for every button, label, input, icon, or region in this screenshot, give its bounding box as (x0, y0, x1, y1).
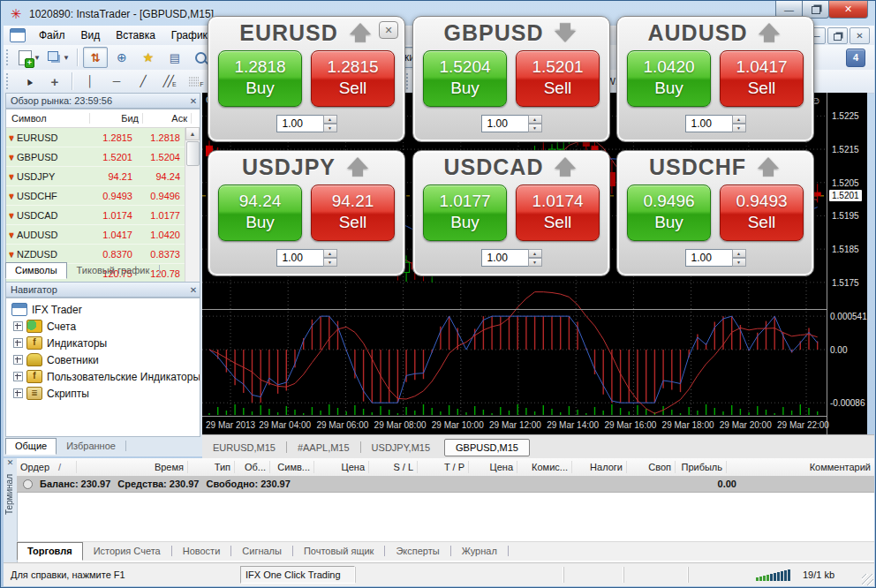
buy-button[interactable]: 1.0177Buy (423, 185, 507, 241)
column-time[interactable]: Время (77, 461, 188, 473)
sell-button[interactable]: 94.21Sell (311, 185, 395, 241)
tab-journal[interactable]: Журнал (451, 542, 508, 561)
market-row-usdcad[interactable]: ▼USDCAD1.01741.0177 (6, 206, 200, 225)
new-chart-button[interactable]: ▼ (16, 47, 43, 68)
buy-button[interactable]: 0.9496Buy (627, 185, 711, 241)
tab-mailbox[interactable]: Почтовый ящик (293, 542, 384, 561)
buy-button[interactable]: 1.0420Buy (627, 50, 711, 107)
status-mode-label[interactable]: IFX One Click Trading (240, 566, 355, 584)
volume-down-button[interactable]: ▼ (732, 124, 746, 132)
tab-signals[interactable]: Сигналы (231, 542, 292, 561)
menu-view[interactable]: Вид (73, 27, 109, 43)
column-sl[interactable]: S / L (369, 461, 418, 473)
volume-down-button[interactable]: ▼ (323, 258, 337, 267)
volume-up-button[interactable]: ▲ (732, 115, 746, 124)
column-volume[interactable]: Об... (235, 461, 270, 473)
volume-down-button[interactable]: ▼ (528, 124, 542, 132)
volume-down-button[interactable]: ▼ (323, 124, 337, 132)
tab-news[interactable]: Новости (172, 542, 231, 561)
expand-icon[interactable] (13, 321, 23, 331)
tab-account-history[interactable]: История Счета (83, 542, 171, 561)
chart-tab-gbpusd[interactable]: GBPUSD,M15 (444, 439, 530, 456)
fibonacci-tool-button[interactable]: F (184, 71, 208, 92)
scroll-thumb[interactable] (186, 141, 200, 166)
volume-input[interactable] (276, 115, 323, 132)
profiles-button[interactable]: ▼ (45, 47, 72, 68)
tree-item-ifx-trader[interactable]: IFX Trader (6, 301, 200, 318)
cursor-tool-button[interactable]: ▲ (16, 71, 41, 92)
market-watch-toggle-button[interactable]: ⇅ (83, 47, 108, 68)
volume-up-button[interactable]: ▲ (732, 249, 746, 258)
expand-icon[interactable] (13, 372, 23, 381)
tree-item-accounts[interactable]: Счета (6, 318, 200, 335)
sell-button[interactable]: 1.0417Sell (720, 50, 804, 107)
market-row-audusd[interactable]: ▼AUDUSD1.04171.0420 (6, 225, 200, 245)
horizontal-line-tool-button[interactable]: ─ (104, 71, 129, 92)
market-row-gbpusd[interactable]: ▼GBPUSD1.52011.5204 (6, 147, 200, 167)
column-commission[interactable]: Комис... (517, 461, 572, 473)
toolbar-grip[interactable] (406, 73, 412, 89)
tree-item-scripts[interactable]: ≣ Скрипты (6, 385, 200, 402)
buy-button[interactable]: 94.24Buy (218, 185, 302, 241)
column-bid[interactable]: Бид (90, 113, 143, 124)
volume-up-button[interactable]: ▲ (528, 249, 542, 258)
favorites-button[interactable]: ★ (136, 47, 161, 68)
tree-item-advisors[interactable]: Советники (6, 351, 200, 368)
channel-tool-button[interactable]: ╱╱E (157, 71, 182, 92)
resize-grip[interactable] (862, 574, 873, 585)
chart-tab-eurusd[interactable]: EURUSD,M15 (202, 439, 286, 456)
column-symbol[interactable]: Символ (6, 113, 90, 124)
column-swap[interactable]: Своп (627, 461, 676, 473)
volume-input[interactable] (276, 249, 323, 267)
menu-insert[interactable]: Вставка (108, 27, 163, 43)
column-profit[interactable]: Прибыль (676, 461, 727, 473)
menu-file[interactable]: Файл (31, 27, 73, 43)
scroll-up-icon[interactable]: ▲ (185, 127, 200, 140)
tab-tick-chart[interactable]: Тиковый график (67, 262, 160, 279)
tab-favorites[interactable]: Избранное (57, 438, 125, 455)
tree-item-custom-indicators[interactable]: f Пользовательские Индикаторы (6, 368, 200, 385)
terminal-close-icon[interactable]: ✕ (4, 458, 17, 471)
chart-tab-aapl[interactable]: #AAPL,M15 (287, 439, 360, 456)
tab-common[interactable]: Общие (5, 438, 57, 455)
buy-button[interactable]: 1.2818Buy (218, 50, 302, 107)
panel-close-button[interactable]: ✕ (379, 21, 398, 39)
column-price-open[interactable]: Цена (314, 461, 369, 473)
column-taxes[interactable]: Налоги (572, 461, 627, 473)
tab-experts[interactable]: Эксперты (385, 542, 449, 561)
column-symbol[interactable]: Симв... (270, 461, 314, 473)
vertical-line-tool-button[interactable]: │ (78, 71, 102, 92)
crosshair-tool-button[interactable]: + (42, 71, 67, 92)
volume-up-button[interactable]: ▲ (323, 115, 337, 124)
volume-up-button[interactable]: ▲ (323, 249, 337, 258)
data-window-button[interactable]: ⊕ (110, 47, 134, 68)
trendline-tool-button[interactable]: ╱ (131, 71, 155, 92)
expand-icon[interactable] (13, 338, 23, 348)
expand-icon[interactable] (13, 388, 23, 398)
tab-trade[interactable]: Торговля (17, 542, 83, 561)
chart-tab-usdjpy[interactable]: USDJPY,M15 (361, 439, 441, 456)
market-row-eurusd[interactable]: ▼EURUSD1.28151.2818 (6, 128, 200, 147)
volume-up-button[interactable]: ▲ (528, 115, 542, 124)
navigator-close-icon[interactable]: ✕ (187, 285, 200, 295)
column-price-current[interactable]: Цена (469, 461, 517, 473)
volume-input[interactable] (685, 249, 732, 267)
buy-button[interactable]: 1.5204Buy (423, 50, 507, 107)
volume-input[interactable] (481, 115, 528, 132)
toolbar-grip[interactable] (6, 73, 12, 89)
market-watch-close-icon[interactable]: ✕ (187, 96, 200, 106)
volume-input[interactable] (481, 249, 528, 267)
tab-symbols[interactable]: Символы (5, 262, 67, 279)
column-tp[interactable]: T / P (418, 461, 469, 473)
sell-button[interactable]: 1.0174Sell (516, 185, 600, 241)
volume-down-button[interactable]: ▼ (732, 258, 746, 267)
volume-input[interactable] (685, 115, 732, 132)
volume-down-button[interactable]: ▼ (528, 258, 542, 267)
sell-button[interactable]: 1.2815Sell (311, 50, 395, 107)
market-row-usdchf[interactable]: ▼USDCHF0.94930.9496 (6, 186, 200, 206)
mdi-restore-button[interactable] (827, 27, 848, 44)
terminal-toggle-button[interactable]: ▤ (162, 47, 187, 68)
tree-item-indicators[interactable]: f Индикаторы (6, 335, 200, 351)
column-type[interactable]: Тип (188, 461, 235, 473)
toolbar-grip[interactable] (6, 49, 12, 65)
